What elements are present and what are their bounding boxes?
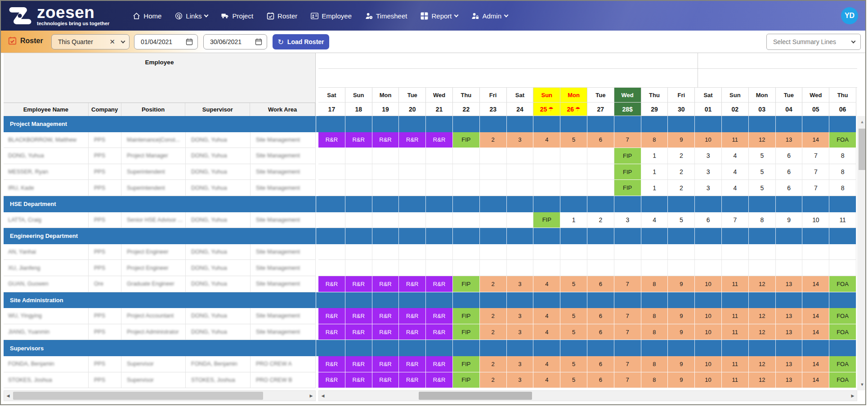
- roster-cell[interactable]: 8: [829, 164, 856, 180]
- roster-cell[interactable]: 3: [507, 356, 534, 372]
- roster-cell[interactable]: R&R: [426, 372, 453, 389]
- roster-cell[interactable]: [776, 260, 803, 276]
- cell-name[interactable]: STOKES, Joshua: [4, 372, 89, 389]
- roster-cell[interactable]: [399, 148, 426, 164]
- roster-cell[interactable]: FOA: [829, 132, 856, 148]
- roster-cell[interactable]: R&R: [426, 324, 453, 340]
- roster-cell[interactable]: 7: [614, 372, 641, 389]
- roster-cell[interactable]: [426, 180, 453, 196]
- cell-work-area[interactable]: Site Management: [251, 148, 316, 164]
- roster-cell[interactable]: 6: [587, 132, 614, 148]
- roster-cell[interactable]: 10: [695, 276, 722, 292]
- user-avatar[interactable]: YD: [841, 7, 858, 24]
- roster-cell[interactable]: [560, 148, 587, 164]
- roster-cell[interactable]: FIP: [453, 132, 480, 148]
- roster-cell[interactable]: [453, 180, 480, 196]
- cell-name[interactable]: GUAN, Guowen: [4, 276, 89, 292]
- roster-cell[interactable]: FIP: [453, 324, 480, 340]
- roster-cell[interactable]: 4: [722, 180, 749, 196]
- cell-position[interactable]: Project Administrator: [121, 324, 186, 340]
- roster-cell[interactable]: 1: [560, 212, 587, 228]
- roster-cell[interactable]: [507, 260, 534, 276]
- roster-cell[interactable]: 11: [722, 356, 749, 372]
- roster-cell[interactable]: [614, 244, 641, 260]
- roster-cell[interactable]: FIP: [614, 164, 641, 180]
- cell-work-area[interactable]: Site Management: [251, 244, 316, 260]
- roster-cell[interactable]: [587, 164, 614, 180]
- date-from-input[interactable]: 01/04/2021: [134, 34, 198, 49]
- roster-cell[interactable]: 2: [668, 164, 695, 180]
- roster-cell[interactable]: 8: [641, 132, 668, 148]
- roster-cell[interactable]: [749, 260, 776, 276]
- roster-cell[interactable]: [668, 260, 695, 276]
- roster-cell[interactable]: R&R: [399, 132, 426, 148]
- roster-cell[interactable]: [533, 148, 560, 164]
- roster-cell[interactable]: 9: [668, 132, 695, 148]
- roster-cell[interactable]: R&R: [372, 372, 399, 389]
- roster-cell[interactable]: [533, 180, 560, 196]
- roster-cell[interactable]: 6: [695, 212, 722, 228]
- roster-cell[interactable]: 3: [507, 324, 534, 340]
- roster-cell[interactable]: [453, 244, 480, 260]
- roster-cell[interactable]: 3: [507, 276, 534, 292]
- scroll-up-icon[interactable]: ▲: [857, 117, 866, 127]
- roster-cell[interactable]: [399, 260, 426, 276]
- roster-cell[interactable]: 6: [587, 356, 614, 372]
- roster-cell[interactable]: 7: [614, 132, 641, 148]
- nav-item-links[interactable]: Links: [175, 12, 208, 20]
- roster-cell[interactable]: 8: [641, 276, 668, 292]
- roster-cell[interactable]: [641, 244, 668, 260]
- roster-cell[interactable]: 5: [560, 132, 587, 148]
- roster-cell[interactable]: [480, 244, 507, 260]
- roster-cell[interactable]: [399, 180, 426, 196]
- roster-cell[interactable]: 13: [776, 372, 803, 389]
- roster-cell[interactable]: R&R: [318, 132, 345, 148]
- cell-supervisor[interactable]: DONG, Yuhua: [186, 260, 251, 276]
- roster-cell[interactable]: R&R: [318, 372, 345, 389]
- roster-cell[interactable]: 8: [641, 372, 668, 389]
- roster-cell[interactable]: R&R: [372, 324, 399, 340]
- roster-cell[interactable]: 10: [695, 324, 722, 340]
- roster-cell[interactable]: FOA: [829, 308, 856, 324]
- cell-position[interactable]: Senior HSE Advisor ...: [121, 212, 186, 228]
- nav-item-employee[interactable]: Employee: [311, 12, 352, 20]
- roster-cell[interactable]: [372, 180, 399, 196]
- cell-work-area[interactable]: Site Management: [251, 180, 316, 196]
- roster-cell[interactable]: [641, 260, 668, 276]
- cell-supervisor[interactable]: DONG, Yuhua: [186, 244, 251, 260]
- roster-cell[interactable]: [372, 148, 399, 164]
- roster-cell[interactable]: 9: [668, 356, 695, 372]
- cell-name[interactable]: IRU, Kade: [4, 180, 89, 196]
- roster-cell[interactable]: 4: [533, 276, 560, 292]
- roster-cell[interactable]: 13: [776, 308, 803, 324]
- roster-cell[interactable]: 6: [587, 372, 614, 389]
- roster-cell[interactable]: 4: [641, 212, 668, 228]
- hscroll-thumb[interactable]: [419, 392, 532, 400]
- roster-cell[interactable]: [318, 260, 345, 276]
- roster-cell[interactable]: 13: [776, 324, 803, 340]
- roster-cell[interactable]: [345, 260, 372, 276]
- cell-position[interactable]: Project Engineer: [121, 244, 186, 260]
- roster-cell[interactable]: 7: [614, 276, 641, 292]
- roster-cell[interactable]: [453, 260, 480, 276]
- roster-cell[interactable]: [802, 260, 829, 276]
- roster-cell[interactable]: 4: [533, 372, 560, 389]
- cell-company[interactable]: PPS: [89, 308, 121, 324]
- roster-cell[interactable]: R&R: [345, 132, 372, 148]
- roster-cell[interactable]: 1: [641, 180, 668, 196]
- roster-cell[interactable]: 8: [749, 212, 776, 228]
- cell-position[interactable]: Graduate Engineer: [121, 276, 186, 292]
- roster-cell[interactable]: R&R: [399, 276, 426, 292]
- roster-cell[interactable]: 4: [533, 324, 560, 340]
- roster-cell[interactable]: [507, 244, 534, 260]
- roster-cell[interactable]: [426, 212, 453, 228]
- scroll-right-icon[interactable]: ▶: [849, 391, 857, 401]
- scroll-right-icon[interactable]: ▶: [307, 391, 315, 401]
- roster-cell[interactable]: [722, 260, 749, 276]
- roster-cell[interactable]: 4: [722, 164, 749, 180]
- roster-cell[interactable]: [507, 180, 534, 196]
- roster-cell[interactable]: [533, 244, 560, 260]
- roster-cell[interactable]: 12: [749, 372, 776, 389]
- roster-cell[interactable]: [829, 244, 856, 260]
- cell-name[interactable]: MESSER, Ryan: [4, 164, 89, 180]
